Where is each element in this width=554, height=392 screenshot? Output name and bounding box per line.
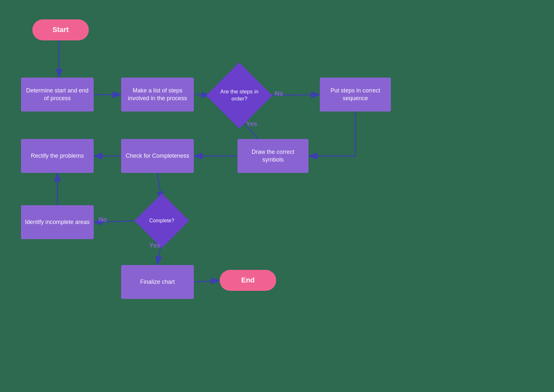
- flowchart: Start Determine start and end of process…: [0, 0, 554, 392]
- flowchart-svg: [0, 0, 554, 392]
- yes2-label: Yes: [149, 242, 160, 249]
- no2-label: No: [99, 216, 107, 223]
- step3-label: Put steps in correct sequence: [323, 87, 388, 102]
- step1-node: Determine start and end of process: [21, 78, 94, 111]
- step5-label: Check for Completeness: [126, 152, 189, 160]
- start-node: Start: [32, 19, 89, 40]
- arrow-step3-step4: [308, 111, 355, 156]
- step7-label: Identify incomplete areas: [25, 218, 89, 226]
- step2-node: Make a list of steps involved in the pro…: [121, 78, 194, 111]
- diamond2-label: Complete?: [146, 217, 178, 224]
- step8-node: Finalize chart: [121, 265, 194, 299]
- step1-label: Determine start and end of process: [24, 87, 90, 102]
- diamond1-node: Are the steps in order?: [207, 69, 271, 121]
- yes1-label: Yes: [246, 120, 257, 128]
- step4-label: Draw the correct symbols: [241, 148, 305, 164]
- step5-node: Check for Completeness: [121, 139, 194, 173]
- arrow-step8-end: [194, 281, 220, 282]
- no1-label: No: [275, 90, 283, 97]
- diamond2-node: Complete?: [135, 199, 188, 242]
- diamond1-label: Are the steps in order?: [216, 88, 262, 102]
- step6-node: Rectify the problems: [21, 139, 94, 173]
- step4-node: Draw the correct symbols: [237, 139, 308, 173]
- step7-node: Identify incomplete areas: [21, 205, 94, 239]
- step3-node: Put steps in correct sequence: [320, 78, 391, 111]
- step2-label: Make a list of steps involved in the pro…: [124, 87, 191, 102]
- start-label: Start: [52, 25, 68, 35]
- end-label: End: [241, 276, 255, 285]
- step6-label: Rectify the problems: [31, 152, 84, 160]
- end-node: End: [220, 270, 276, 291]
- step8-label: Finalize chart: [140, 278, 175, 286]
